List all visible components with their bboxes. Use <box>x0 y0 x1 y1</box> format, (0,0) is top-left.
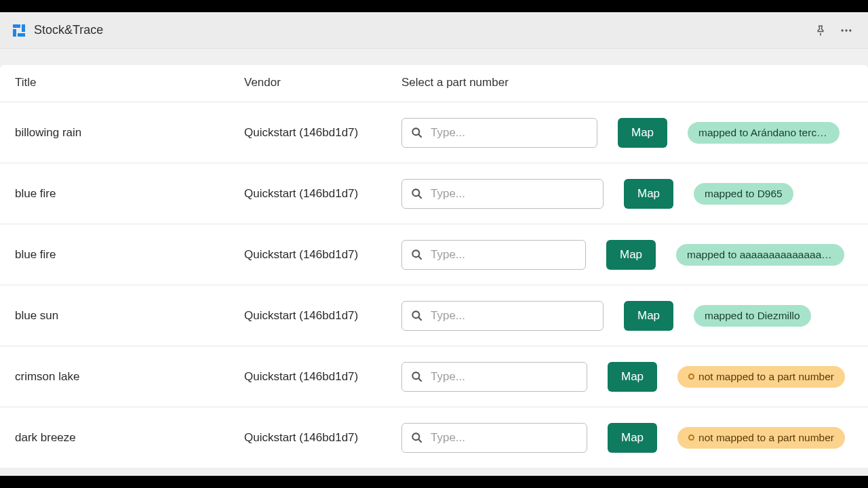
status-badge-mapped: mapped to D965 <box>694 183 793 205</box>
row-title: dark breeze <box>15 431 244 445</box>
table-row: blue fireQuickstart (146bd1d7)Mapmapped … <box>0 224 868 285</box>
table-row: blue sunQuickstart (146bd1d7)Mapmapped t… <box>0 285 868 346</box>
map-button[interactable]: Map <box>618 118 667 148</box>
search-icon <box>410 187 424 201</box>
part-number-search[interactable] <box>401 118 597 148</box>
status-badge-text: not mapped to a part number <box>698 432 834 444</box>
status-badge-text: not mapped to a part number <box>698 371 834 383</box>
svg-line-8 <box>418 134 422 138</box>
row-vendor: Quickstart (146bd1d7) <box>244 309 401 323</box>
svg-rect-2 <box>18 33 25 37</box>
part-number-input[interactable] <box>431 370 578 384</box>
svg-line-10 <box>418 195 422 199</box>
map-button[interactable]: Map <box>624 179 673 209</box>
row-action-area: Mapmapped to Arándano tercer... <box>401 118 853 148</box>
part-number-input[interactable] <box>431 309 595 323</box>
row-vendor: Quickstart (146bd1d7) <box>244 187 401 201</box>
svg-line-14 <box>418 317 422 321</box>
row-vendor: Quickstart (146bd1d7) <box>244 126 401 140</box>
row-title: billowing rain <box>15 126 244 140</box>
mapping-table: Title Vendor Select a part number billow… <box>0 65 868 468</box>
row-action-area: Mapmapped to aaaaaaaaaaaaaaa... <box>401 240 853 270</box>
svg-point-17 <box>412 433 419 440</box>
row-action-area: Mapnot mapped to a part number <box>401 362 853 392</box>
part-number-input[interactable] <box>431 248 577 262</box>
status-badge-text: mapped to Diezmillo <box>705 310 800 322</box>
status-badge-text: mapped to D965 <box>705 188 783 200</box>
status-badge-unmapped: not mapped to a part number <box>677 427 845 449</box>
app-title: Stock&Trace <box>34 23 103 37</box>
app-logo-icon <box>12 24 26 37</box>
status-badge-mapped: mapped to aaaaaaaaaaaaaaa... <box>676 244 844 266</box>
map-button[interactable]: Map <box>606 240 656 270</box>
search-icon <box>410 126 424 140</box>
table-row: dark breezeQuickstart (146bd1d7)Mapnot m… <box>0 407 868 468</box>
svg-point-7 <box>412 128 419 135</box>
svg-point-15 <box>412 372 419 379</box>
pin-icon[interactable] <box>811 21 830 40</box>
part-number-search[interactable] <box>401 362 587 392</box>
search-icon <box>410 309 424 323</box>
table-row: billowing rainQuickstart (146bd1d7)Mapma… <box>0 102 868 163</box>
svg-line-16 <box>418 378 422 382</box>
row-vendor: Quickstart (146bd1d7) <box>244 431 401 445</box>
search-icon <box>410 431 424 445</box>
row-vendor: Quickstart (146bd1d7) <box>244 370 401 384</box>
svg-rect-3 <box>13 29 16 37</box>
more-icon[interactable] <box>837 21 856 40</box>
col-header-vendor: Vendor <box>244 76 401 89</box>
col-header-title: Title <box>15 76 244 89</box>
row-title: blue fire <box>15 187 244 201</box>
row-action-area: Mapmapped to D965 <box>401 179 853 209</box>
svg-point-4 <box>842 29 844 31</box>
svg-rect-1 <box>22 24 25 32</box>
status-badge-mapped: mapped to Diezmillo <box>694 305 810 327</box>
svg-point-5 <box>845 29 847 31</box>
part-number-input[interactable] <box>431 187 595 201</box>
svg-point-13 <box>412 311 419 318</box>
part-number-input[interactable] <box>431 126 589 140</box>
col-header-select: Select a part number <box>401 76 853 89</box>
part-number-search[interactable] <box>401 240 586 270</box>
svg-rect-0 <box>13 24 20 28</box>
svg-line-18 <box>418 439 422 443</box>
part-number-input[interactable] <box>431 431 578 445</box>
row-action-area: Mapnot mapped to a part number <box>401 423 853 453</box>
app-header: Stock&Trace <box>0 12 868 49</box>
part-number-search[interactable] <box>401 301 604 331</box>
row-vendor: Quickstart (146bd1d7) <box>244 248 401 262</box>
table-row: blue fireQuickstart (146bd1d7)Mapmapped … <box>0 163 868 224</box>
table-row: crimson lakeQuickstart (146bd1d7)Mapnot … <box>0 346 868 407</box>
row-title: blue sun <box>15 309 244 323</box>
row-title: crimson lake <box>15 370 244 384</box>
svg-line-12 <box>418 256 422 260</box>
table-header-row: Title Vendor Select a part number <box>0 65 868 102</box>
map-button[interactable]: Map <box>608 362 657 392</box>
search-icon <box>410 370 424 384</box>
map-button[interactable]: Map <box>624 301 673 331</box>
warning-dot-icon <box>688 373 694 380</box>
svg-point-6 <box>849 29 851 31</box>
map-button[interactable]: Map <box>608 423 657 453</box>
row-action-area: Mapmapped to Diezmillo <box>401 301 853 331</box>
status-badge-unmapped: not mapped to a part number <box>677 366 845 388</box>
status-badge-text: mapped to aaaaaaaaaaaaaaa... <box>687 249 833 261</box>
svg-point-9 <box>412 189 419 196</box>
row-title: blue fire <box>15 248 244 262</box>
search-icon <box>410 248 424 262</box>
status-badge-mapped: mapped to Arándano tercer... <box>688 122 840 144</box>
warning-dot-icon <box>688 434 694 441</box>
svg-point-11 <box>412 250 419 257</box>
part-number-search[interactable] <box>401 179 604 209</box>
status-badge-text: mapped to Arándano tercer... <box>698 127 829 139</box>
part-number-search[interactable] <box>401 423 587 453</box>
